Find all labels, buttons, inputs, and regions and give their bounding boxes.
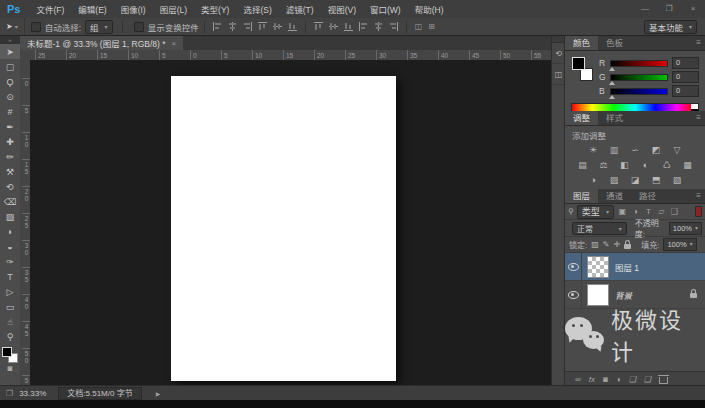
type-layer-filter-icon[interactable]: T — [643, 207, 654, 216]
auto-align-layers-button[interactable]: ◫ — [415, 22, 423, 31]
toggle-3d-button[interactable]: ⊞ — [428, 22, 435, 31]
distribute-bottom-edges-button[interactable] — [343, 21, 354, 32]
layer-name[interactable]: 图层 1 — [615, 261, 639, 273]
invert-icon[interactable]: ◑ — [587, 174, 600, 186]
lock-image-pixels-icon[interactable]: ✎ — [603, 240, 610, 249]
vibrance-icon[interactable]: ▽ — [671, 144, 684, 156]
distribute-vertical-centers-button[interactable] — [328, 21, 339, 32]
align-left-edges-button[interactable] — [212, 21, 223, 32]
brush-tool[interactable]: ✏ — [0, 149, 20, 164]
status-flyout-arrow[interactable]: ▶ — [156, 390, 161, 397]
rectangular-marquee-tool[interactable]: ▢ — [0, 59, 20, 74]
crop-tool[interactable]: # — [0, 104, 20, 119]
menu-item[interactable]: 图层(L) — [153, 3, 194, 15]
shape-layer-filter-icon[interactable]: ▱ — [656, 207, 667, 216]
tab-layers[interactable]: 图层 — [565, 189, 598, 203]
distribute-left-edges-button[interactable] — [358, 21, 369, 32]
panel-menu-icon[interactable]: ≡ — [696, 111, 705, 125]
distribute-horizontal-centers-button[interactable] — [373, 21, 384, 32]
gradient-tool[interactable]: ▨ — [0, 209, 20, 224]
layer-style-button[interactable]: fx — [589, 375, 595, 384]
tab-color[interactable]: 颜色 — [565, 36, 598, 50]
new-adjustment-layer-button[interactable]: ◑ — [616, 375, 621, 384]
black-white-icon[interactable]: ◧ — [618, 159, 631, 171]
hand-tool[interactable]: ☝ — [0, 314, 20, 329]
quick-selection-tool[interactable]: ⊙ — [0, 89, 20, 104]
new-layer-button[interactable]: ❑ — [644, 375, 651, 384]
close-tab-icon[interactable]: × — [172, 39, 177, 48]
zoom-tool[interactable]: ⚲ — [0, 329, 20, 344]
move-tool[interactable]: ➤ — [0, 44, 20, 59]
foreground-color-swatch[interactable] — [2, 347, 12, 357]
channel-slider[interactable] — [610, 74, 668, 81]
align-horizontal-centers-button[interactable] — [227, 21, 238, 32]
fill-input[interactable]: 100% — [663, 238, 696, 251]
lasso-tool[interactable]: Ϙ — [0, 74, 20, 89]
align-right-edges-button[interactable] — [242, 21, 253, 32]
smart-object-filter-icon[interactable]: ❑ — [669, 207, 680, 216]
panel-menu-icon[interactable]: ≡ — [696, 36, 705, 50]
menu-item[interactable]: 编辑(E) — [71, 3, 113, 15]
tab-styles[interactable]: 样式 — [598, 111, 631, 125]
show-transform-checkbox[interactable] — [134, 22, 144, 32]
filter-toggle-switch[interactable] — [695, 206, 702, 217]
lock-position-icon[interactable]: ✛ — [614, 240, 621, 249]
distribute-right-edges-button[interactable] — [388, 21, 399, 32]
lock-all-icon[interactable] — [624, 244, 631, 249]
channel-mixer-icon[interactable]: ♺ — [660, 159, 673, 171]
pen-tool[interactable]: ✑ — [0, 254, 20, 269]
exposure-icon[interactable]: ◩ — [650, 144, 663, 156]
channel-value-input[interactable]: 0 — [672, 57, 699, 69]
foreground-color-swatch[interactable] — [572, 57, 585, 70]
eraser-tool[interactable]: ⌫ — [0, 194, 20, 209]
layer-name[interactable]: 背景 — [615, 289, 632, 301]
gradient-map-icon[interactable]: ⬒ — [650, 174, 663, 186]
channel-slider[interactable] — [610, 60, 668, 67]
menu-item[interactable]: 类型(Y) — [194, 3, 236, 15]
eyedropper-tool[interactable]: ✒ — [0, 119, 20, 134]
tab-paths[interactable]: 路径 — [631, 189, 664, 203]
layer-row[interactable]: 图层 1 — [565, 253, 705, 281]
lock-transparent-pixels-icon[interactable]: ▨ — [591, 240, 599, 249]
levels-icon[interactable]: ▥ — [608, 144, 621, 156]
color-lookup-icon[interactable]: ▦ — [681, 159, 694, 171]
filter-type-dropdown[interactable]: 类型 — [577, 205, 614, 219]
link-layers-button[interactable]: ∞ — [575, 375, 581, 384]
minimize-button[interactable]: — — [633, 0, 657, 18]
close-button[interactable]: × — [681, 0, 705, 18]
spot-healing-brush-tool[interactable]: ✚ — [0, 134, 20, 149]
curves-icon[interactable]: ∽ — [629, 144, 642, 156]
new-group-button[interactable]: ❏ — [629, 375, 636, 384]
visibility-toggle[interactable] — [565, 253, 582, 280]
toolbar-collapse-button[interactable]: » — [0, 36, 20, 44]
maximize-button[interactable]: ❐ — [657, 0, 681, 18]
tab-adjustments[interactable]: 调整 — [565, 111, 598, 125]
hue-saturation-icon[interactable]: ▤ — [576, 159, 589, 171]
align-vertical-centers-button[interactable] — [272, 21, 283, 32]
channel-value-input[interactable]: 0 — [672, 71, 699, 83]
zoom-level-input[interactable]: 33.33% — [19, 389, 54, 398]
blend-mode-dropdown[interactable]: 正常 — [572, 222, 627, 235]
selective-color-icon[interactable]: ▧ — [671, 174, 684, 186]
adjustment-layer-filter-icon[interactable]: ◑ — [630, 207, 641, 216]
canvas[interactable] — [171, 76, 396, 381]
threshold-icon[interactable]: ◪ — [629, 174, 642, 186]
workspace-corner-icon[interactable]: ❐ — [0, 389, 19, 398]
color-balance-icon[interactable]: ⚖ — [597, 159, 610, 171]
channel-slider[interactable] — [610, 88, 668, 95]
menu-item[interactable]: 文件(F) — [29, 3, 71, 15]
tab-channels[interactable]: 通道 — [598, 189, 631, 203]
blur-tool[interactable]: ◗ — [0, 224, 20, 239]
menu-item[interactable]: 视图(V) — [321, 3, 363, 15]
menu-item[interactable]: 选择(S) — [236, 3, 278, 15]
type-tool[interactable]: T — [0, 269, 20, 284]
menu-item[interactable]: 图像(I) — [114, 3, 153, 15]
menu-item[interactable]: 窗口(W) — [363, 3, 408, 15]
opacity-input[interactable]: 100% — [669, 222, 702, 235]
align-top-edges-button[interactable] — [257, 21, 268, 32]
photo-filter-icon[interactable]: ◐ — [639, 159, 652, 171]
menu-item[interactable]: 帮助(H) — [408, 3, 451, 15]
brightness-contrast-icon[interactable]: ☀ — [587, 144, 600, 156]
menu-item[interactable]: 滤镜(T) — [279, 3, 321, 15]
distribute-top-edges-button[interactable] — [313, 21, 324, 32]
